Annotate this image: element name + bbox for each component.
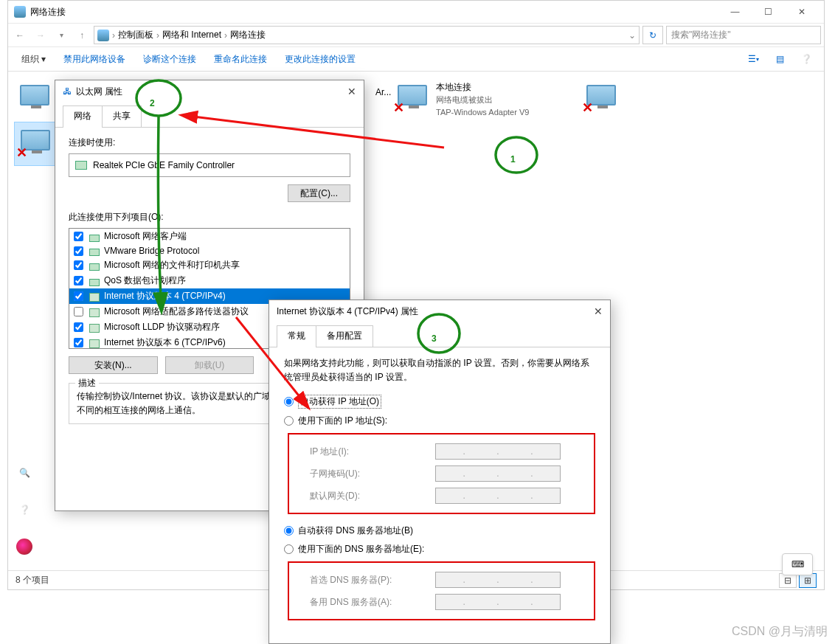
ip-address-label: IP 地址(I): — [310, 446, 435, 458]
help-button[interactable]: ❔ — [794, 50, 818, 68]
adapter-icon: ✕ — [395, 80, 430, 116]
protocol-checkbox[interactable] — [74, 276, 83, 285]
adapter-icon: ✕ — [18, 125, 53, 161]
protocol-icon — [89, 291, 100, 302]
protocol-icon — [89, 246, 100, 256]
item-count: 8 个项目 — [15, 574, 49, 586]
address-bar: ← → ▾ ↑ › 控制面板 › 网络和 Internet › 网络连接 ⌄ ↻… — [8, 23, 824, 47]
organize-menu[interactable]: 组织 ▾ — [14, 50, 53, 69]
dialog-close-button[interactable]: ✕ — [347, 86, 356, 97]
net-item[interactable]: ✕ — [581, 77, 769, 122]
protocol-checkbox[interactable] — [74, 322, 83, 332]
preview-pane-button[interactable]: ▤ — [768, 50, 791, 68]
titlebar: 网络连接 — ☐ ✕ — [8, 1, 824, 23]
radio-use-ip[interactable]: 使用下面的 IP 地址(S): — [284, 415, 595, 427]
adapter-selector[interactable]: Realtek PCIe GbE Family Controller — [69, 153, 350, 177]
dns1-label: 首选 DNS 服务器(P): — [310, 574, 435, 586]
window-title: 网络连接 — [30, 6, 66, 18]
forward-button[interactable]: → — [32, 27, 49, 44]
protocol-label: Microsoft 网络的文件和打印机共享 — [104, 259, 240, 271]
user-avatar[interactable] — [16, 539, 32, 555]
search-icon[interactable]: 🔍 — [16, 465, 32, 481]
dialog-icon: 🖧 — [63, 86, 72, 97]
close-button[interactable]: ✕ — [785, 1, 818, 23]
description-legend: 描述 — [75, 377, 99, 389]
toolbar: 组织 ▾ 禁用此网络设备 诊断这个连接 重命名此连接 更改此连接的设置 ☰▾ ▤… — [8, 47, 824, 72]
gateway-label: 默认网关(D): — [310, 490, 435, 502]
protocol-item[interactable]: QoS 数据包计划程序 — [69, 273, 350, 288]
view-mode-button[interactable]: ☰▾ — [741, 50, 765, 68]
uninstall-button[interactable]: 卸载(U) — [165, 356, 254, 374]
app-icon — [14, 6, 26, 18]
protocol-checkbox[interactable] — [74, 338, 83, 347]
protocol-label: QoS 数据包计划程序 — [104, 274, 186, 287]
ip-address-input[interactable]: ... — [435, 443, 561, 460]
up-button[interactable]: ↑ — [73, 27, 91, 44]
tab-alternate[interactable]: 备用配置 — [316, 325, 373, 347]
change-settings-button[interactable]: 更改此连接的设置 — [277, 50, 363, 69]
minimize-button[interactable]: — — [718, 1, 752, 23]
protocol-checkbox[interactable] — [74, 246, 83, 256]
help-tray-icon[interactable]: ❔ — [16, 502, 32, 518]
protocol-checkbox[interactable] — [74, 307, 83, 316]
radio-use-dns[interactable]: 使用下面的 DNS 服务器地址(E): — [284, 543, 595, 555]
net-item-local[interactable]: ✕ 本地连接 网络电缆被拔出 TAP-Windows Adapter V9 — [392, 77, 581, 122]
search-placeholder: 搜索"网络连接" — [671, 29, 731, 41]
tab-network[interactable]: 网络 — [63, 105, 103, 127]
breadcrumb-icon — [97, 30, 109, 41]
dns2-input[interactable]: ... — [435, 594, 561, 610]
adapter-icon — [75, 161, 87, 170]
protocol-checkbox[interactable] — [74, 260, 83, 270]
protocol-label: Microsoft 网络适配器多路传送器协议 — [104, 305, 249, 318]
install-button[interactable]: 安装(N)... — [69, 356, 158, 374]
ipv4-dialog-title: Internet 协议版本 4 (TCP/IPv4) 属性 — [277, 305, 418, 318]
dialog-title: 以太网 属性 — [76, 86, 122, 98]
subnet-mask-label: 子网掩码(U): — [310, 468, 435, 480]
configure-button[interactable]: 配置(C)... — [288, 184, 350, 202]
protocol-label: VMware Bridge Protocol — [104, 246, 199, 256]
touch-keyboard-button[interactable]: ⌨ — [782, 553, 813, 575]
protocol-checkbox[interactable] — [74, 291, 83, 301]
back-button[interactable]: ← — [11, 27, 29, 44]
breadcrumb-sep: › — [112, 30, 115, 41]
radio-auto-dns[interactable]: 自动获得 DNS 服务器地址(B) — [284, 524, 595, 537]
dns1-input[interactable]: ... — [435, 572, 561, 588]
protocol-label: Internet 协议版本 6 (TCP/IPv6) — [104, 336, 226, 349]
protocol-label: Microsoft 网络客户端 — [104, 230, 187, 243]
protocol-item[interactable]: VMware Bridge Protocol — [69, 244, 350, 257]
diagnose-button[interactable]: 诊断这个连接 — [136, 50, 204, 69]
protocol-label: Microsoft LLDP 协议驱动程序 — [104, 321, 220, 333]
protocol-checkbox[interactable] — [74, 232, 83, 241]
ipv4-close-button[interactable]: ✕ — [594, 305, 603, 317]
ipv4-hint: 如果网络支持此功能，则可以获取自动指派的 IP 设置。否则，你需要从网络系统管理… — [284, 356, 595, 384]
search-input[interactable]: 搜索"网络连接" — [666, 26, 821, 44]
rename-button[interactable]: 重命名此连接 — [207, 50, 274, 69]
ipv4-properties-dialog: Internet 协议版本 4 (TCP/IPv4) 属性 ✕ 常规 备用配置 … — [268, 300, 611, 644]
connect-using-label: 连接时使用: — [69, 136, 350, 149]
breadcrumb-dropdown[interactable]: ⌄ — [628, 30, 636, 41]
breadcrumb-part[interactable]: 控制面板 — [118, 29, 153, 41]
breadcrumb[interactable]: › 控制面板 › 网络和 Internet › 网络连接 ⌄ — [94, 26, 640, 44]
dns2-label: 备用 DNS 服务器(A): — [310, 596, 435, 609]
breadcrumb-part[interactable]: 网络连接 — [230, 29, 266, 41]
gateway-input[interactable]: ... — [435, 488, 561, 504]
protocol-item[interactable]: Microsoft 网络的文件和打印机共享 — [69, 257, 350, 273]
tab-general[interactable]: 常规 — [277, 325, 316, 347]
protocol-item[interactable]: Microsoft 网络客户端 — [69, 229, 350, 244]
disable-device-button[interactable]: 禁用此网络设备 — [56, 50, 133, 69]
breadcrumb-part[interactable]: 网络和 Internet — [162, 29, 221, 41]
subnet-mask-input[interactable]: ... — [435, 465, 561, 482]
conn-name: 本地连接 — [436, 80, 529, 94]
protocol-icon — [89, 260, 100, 271]
protocol-icon — [89, 307, 100, 317]
tab-sharing[interactable]: 共享 — [102, 105, 142, 127]
net-item-partial-label: Ar... — [375, 87, 391, 97]
radio-auto-ip[interactable]: 自动获得 IP 地址(O) — [284, 395, 595, 409]
protocol-icon — [89, 322, 100, 333]
history-dropdown[interactable]: ▾ — [52, 27, 70, 44]
watermark: CSDN @月与清明 — [732, 624, 828, 640]
refresh-button[interactable]: ↻ — [642, 26, 663, 44]
protocol-label: Internet 协议版本 4 (TCP/IPv4) — [104, 290, 226, 302]
maximize-button[interactable]: ☐ — [752, 1, 785, 23]
taskbar-tray: 🔍 ❔ — [16, 465, 32, 555]
